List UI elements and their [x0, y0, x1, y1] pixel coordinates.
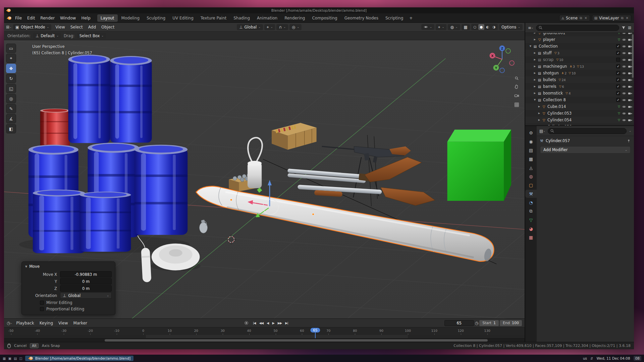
xray-toggle[interactable]: ▩	[462, 24, 470, 30]
outliner-row-cylinder-053[interactable]: ▶▽Cylinder.053▽	[525, 110, 634, 117]
launcher-editor-icon[interactable]: ◫	[19, 357, 22, 360]
camera-view-icon[interactable]	[514, 93, 519, 98]
tray-indicator-icon[interactable]: ⇵	[590, 357, 593, 360]
transport-jump-to-start[interactable]: |◀	[251, 321, 258, 325]
expand-toggle-icon[interactable]: ▶	[537, 112, 541, 115]
properties-tab-modifiers[interactable]: ⚒	[525, 190, 537, 198]
outliner-row-collection-8[interactable]: ▼▤Collection 8	[525, 97, 634, 103]
properties-tab-object-data[interactable]: ▽	[525, 216, 537, 224]
blue-barrel[interactable]	[110, 56, 152, 142]
expand-toggle-icon[interactable]: ▶	[533, 85, 537, 88]
outliner-row-stuff[interactable]: ▶▤stuff▽3	[525, 50, 634, 56]
hide-in-viewport-icon[interactable]	[622, 38, 626, 42]
properties-tab-world[interactable]: ◍	[525, 172, 537, 180]
shading-solid-button[interactable]: ●	[478, 24, 484, 30]
properties-tab-scene[interactable]: ◬	[525, 164, 537, 172]
menu-edit[interactable]: Edit	[24, 15, 38, 21]
outliner-row-bullets[interactable]: ▶▤bullets▽24	[525, 76, 634, 83]
menu-file[interactable]: File	[12, 15, 24, 21]
exclude-checkbox[interactable]	[616, 51, 620, 55]
expand-toggle-icon[interactable]: ▶	[533, 52, 537, 54]
disable-in-renders-icon[interactable]	[628, 78, 632, 82]
properties-tab-view-layer[interactable]: ▩	[525, 155, 537, 163]
timeline-ruler[interactable]: -50-40-30-20-100102030405060708090100110…	[4, 327, 525, 335]
workspace-tab-layout[interactable]: Layout	[97, 14, 118, 22]
exclude-checkbox[interactable]	[616, 98, 620, 102]
viewport-menu-object[interactable]: Object	[99, 24, 117, 31]
mirror-editing-checkbox[interactable]	[40, 301, 44, 305]
hide-in-viewport-icon[interactable]	[622, 78, 626, 82]
hide-in-viewport-icon[interactable]	[622, 98, 626, 102]
transport-play[interactable]: ▶	[270, 321, 276, 325]
y-value-field[interactable]: 0 m	[60, 278, 112, 285]
workspace-tab-sculpting[interactable]: Sculpting	[143, 14, 169, 22]
proportional-editing-dropdown[interactable]: ◎⌄	[289, 24, 302, 30]
hide-in-viewport-icon[interactable]	[622, 105, 626, 109]
outliner-row-scrap[interactable]: ▶▤scrap▽10	[525, 56, 634, 63]
timeline-scrollbar-thumb[interactable]	[105, 339, 488, 342]
outliner-row-barrels[interactable]: ▶▤barrels▽6	[525, 83, 634, 90]
exclude-checkbox[interactable]	[616, 84, 620, 88]
zoom-icon[interactable]	[515, 76, 519, 80]
properties-tab-physics[interactable]: ◔	[525, 198, 537, 206]
navigation-gizmo[interactable]: Z X Y	[487, 44, 517, 74]
properties-tab-material[interactable]: ◕	[525, 225, 537, 233]
outliner-search-input[interactable]	[536, 25, 619, 31]
tool-annotate[interactable]: ✎	[6, 104, 16, 113]
view-layer-selector[interactable]: ▤ ViewLayer ⧉ ×	[592, 15, 631, 21]
disable-in-renders-icon[interactable]	[628, 84, 632, 89]
properties-tab-object[interactable]: ▢	[525, 181, 537, 189]
launcher-files-icon[interactable]: ▤	[14, 357, 17, 360]
hide-in-viewport-icon[interactable]	[622, 111, 626, 116]
expand-toggle-icon[interactable]: ▼	[533, 99, 537, 101]
expand-toggle-icon[interactable]: ▼	[528, 45, 533, 48]
timeline-menu-marker[interactable]: Marker	[71, 320, 90, 326]
tool-rotate[interactable]: ↻	[6, 74, 16, 83]
frame-end-field[interactable]: End100	[500, 320, 522, 326]
expand-toggle-icon[interactable]: ▶	[537, 119, 541, 121]
hide-in-viewport-icon[interactable]	[622, 44, 626, 49]
workspace-tab-scripting[interactable]: Scripting	[382, 14, 407, 22]
timeline-menu-view[interactable]: View	[56, 320, 70, 326]
ammo-crate[interactable]	[272, 123, 317, 150]
pin-icon[interactable]	[627, 139, 631, 143]
options-dropdown[interactable]: Options ⌄	[499, 24, 523, 30]
tool-transform[interactable]: ◎	[6, 94, 16, 103]
taskbar-window-button[interactable]: Blender [/home/amalie/Desktop/blender/am…	[25, 356, 133, 361]
outliner-row-boomstick[interactable]: ▶▤boomstick▽4	[525, 90, 634, 97]
hide-in-viewport-icon[interactable]	[622, 64, 626, 69]
timeline-scrollbar[interactable]	[4, 338, 525, 342]
exclude-checkbox[interactable]	[616, 64, 620, 68]
workspace-tab-shading[interactable]: Shading	[230, 14, 253, 22]
taskbar-clock[interactable]: Wed, 11 Dec 04:08	[596, 356, 630, 360]
expand-toggle-icon[interactable]: ▶	[533, 33, 537, 34]
viewport-menu-view[interactable]: View	[53, 24, 67, 31]
gizmo-y-label[interactable]: Y	[495, 66, 497, 70]
z-value-field[interactable]: 0 m	[60, 285, 112, 292]
properties-search-input[interactable]	[548, 128, 627, 134]
tool-scale[interactable]: ◱	[6, 84, 16, 93]
transport-play-reverse[interactable]: ◀	[265, 321, 270, 325]
shading-material-button[interactable]: ◐	[485, 24, 491, 30]
transport-jump-to-end[interactable]: ▶|	[283, 321, 290, 325]
hide-in-viewport-icon[interactable]	[622, 58, 626, 62]
timeline-area[interactable]	[4, 335, 525, 338]
add-modifier-button[interactable]: Add Modifier ⌄	[540, 146, 631, 154]
red-barrel[interactable]	[40, 109, 70, 146]
current-frame-field[interactable]: 65	[444, 320, 474, 326]
add-workspace-button[interactable]: +	[407, 15, 415, 21]
drag-setting-dropdown[interactable]: Select Box ⌄	[77, 33, 106, 39]
transport-prev-keyframe[interactable]: ◀◀	[257, 321, 265, 325]
blue-barrel[interactable]	[68, 55, 110, 143]
expand-toggle-icon[interactable]: ▶	[533, 58, 537, 61]
viewport-menu-add[interactable]: Add	[86, 24, 99, 31]
exclude-checkbox[interactable]	[616, 78, 620, 82]
move-panel-header[interactable]: ▼ Move	[25, 264, 112, 269]
gizmo-z-label[interactable]: Z	[501, 47, 503, 50]
landmine[interactable]	[151, 243, 201, 271]
tool-select-box[interactable]: ▭	[6, 44, 16, 53]
blue-barrel[interactable]	[79, 192, 131, 252]
exclude-checkbox[interactable]	[616, 44, 620, 48]
menu-help[interactable]: Help	[78, 15, 93, 21]
expand-toggle-icon[interactable]: ▶	[533, 78, 537, 81]
